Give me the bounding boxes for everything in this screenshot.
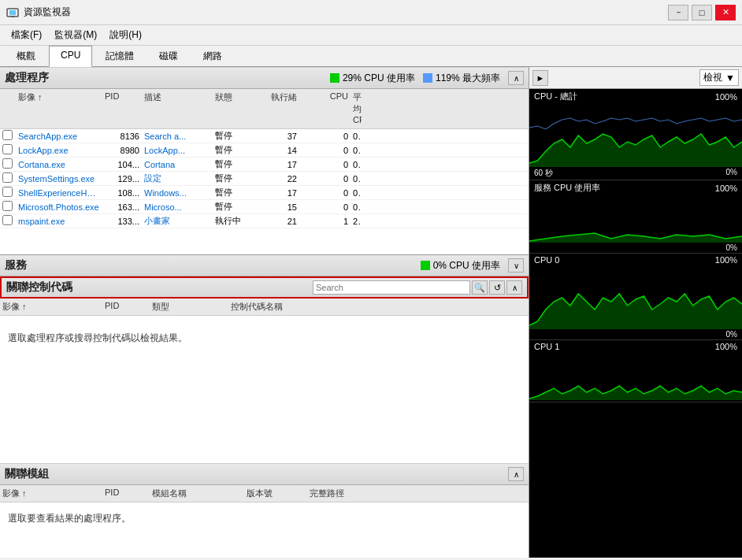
cell-cpu: 0: [299, 173, 351, 184]
cell-check[interactable]: [0, 143, 16, 157]
col-avgcpu[interactable]: 平均 CPU: [351, 91, 362, 125]
cell-check[interactable]: [0, 200, 16, 213]
menu-monitor[interactable]: 監視器(M): [48, 27, 103, 43]
cell-check[interactable]: [0, 172, 16, 185]
modules-col-image[interactable]: 影像 ↑: [0, 487, 102, 500]
graph-cpu-total-label: CPU - 總計: [534, 91, 577, 102]
menu-bar: 檔案(F) 監視器(M) 說明(H): [0, 25, 742, 46]
graph-cpu1-label: CPU 1: [534, 342, 559, 351]
cell-check[interactable]: [0, 129, 16, 143]
view-label: 檢視: [703, 71, 722, 84]
handles-col-image[interactable]: 影像 ↑: [0, 300, 102, 313]
col-check: [0, 91, 16, 125]
modules-col-pid[interactable]: PID: [102, 487, 150, 500]
left-panel: 處理程序 29% CPU 使用率 119% 最大頻率 ∧ 影像 ↑ PID 描述: [0, 67, 529, 558]
col-scroll: [0, 125, 16, 127]
col-threads[interactable]: 執行緒: [256, 91, 299, 125]
modules-header: 關聯模組 ∧: [0, 463, 529, 485]
graph-cpu0-footer: 0%: [529, 329, 742, 339]
graph-cpu1-header: CPU 1 100%: [529, 340, 742, 353]
window-controls: － □ ✕: [668, 5, 736, 20]
table-row[interactable]: mspaint.exe 133... 小畫家 執行中 21 1 2.56: [0, 214, 529, 228]
graph-service-cpu-area: [529, 195, 742, 243]
tab-bar: 概觀 CPU 記憶體 磁碟 網路: [0, 46, 742, 67]
modules-empty-text: 選取要查看結果的處理程序。: [0, 503, 529, 535]
cell-desc: Search a...: [142, 131, 213, 142]
search-icon-button[interactable]: 🔍: [472, 280, 488, 295]
app-icon: [6, 6, 19, 19]
minimize-button[interactable]: －: [668, 5, 688, 20]
cell-image: mspaint.exe: [16, 216, 102, 227]
graph-cpu-total-val: 0%: [726, 168, 737, 179]
handles-collapse-button[interactable]: ∧: [506, 280, 522, 295]
processes-collapse-button[interactable]: ∧: [508, 71, 524, 85]
cell-threads: 17: [256, 159, 299, 170]
modules-col-path[interactable]: 完整路徑: [307, 487, 529, 500]
close-button[interactable]: ✕: [715, 5, 736, 20]
cell-image: ShellExperienceHost....: [16, 187, 102, 198]
col-desc[interactable]: 描述: [142, 91, 213, 125]
cell-avgcpu: 0.00: [351, 173, 362, 184]
graph-cpu-total-header: CPU - 總計 100%: [529, 89, 742, 104]
cell-pid: 8136: [102, 131, 142, 142]
table-row[interactable]: ShellExperienceHost.... 108... Windows..…: [0, 186, 529, 200]
modules-table: 影像 ↑ PID 模組名稱 版本號 完整路徑 選取要查看結果的處理程序。: [0, 485, 529, 558]
cell-threads: 21: [256, 216, 299, 227]
menu-file[interactable]: 檔案(F): [5, 27, 48, 43]
cpu-stat: 29% CPU 使用率: [330, 72, 415, 85]
handles-col-type[interactable]: 類型: [150, 300, 228, 313]
handles-col-pid[interactable]: PID: [102, 300, 150, 313]
cell-image: SystemSettings.exe: [16, 173, 102, 184]
tab-memory[interactable]: 記憶體: [94, 46, 146, 66]
cell-image: Microsoft.Photos.exe: [16, 202, 102, 213]
modules-col-module[interactable]: 模組名稱: [150, 487, 244, 500]
col-image[interactable]: 影像 ↑: [16, 91, 102, 125]
svg-rect-1: [9, 10, 16, 15]
table-row[interactable]: LockApp.exe 8980 LockApp... 暫停 14 0 0.00: [0, 143, 529, 158]
cell-desc: Microso...: [142, 202, 213, 213]
cell-threads: 37: [256, 131, 299, 142]
tab-disk[interactable]: 磁碟: [147, 46, 190, 66]
graph-cpu-total-area: [529, 104, 742, 167]
cell-status: 暫停: [213, 143, 256, 157]
cell-pid: 163...: [102, 202, 142, 213]
maximize-button[interactable]: □: [692, 5, 712, 20]
tab-network[interactable]: 網路: [191, 46, 234, 66]
freq-indicator-icon: [423, 73, 432, 83]
cell-check[interactable]: [0, 214, 16, 228]
view-dropdown[interactable]: 檢視 ▼: [699, 69, 739, 86]
modules-collapse-button[interactable]: ∧: [508, 467, 524, 481]
table-row[interactable]: Microsoft.Photos.exe 163... Microso... 暫…: [0, 200, 529, 214]
right-panel: ► 檢視 ▼ CPU - 總計 100%: [529, 67, 742, 558]
cell-cpu: 0: [299, 159, 351, 170]
cell-check[interactable]: [0, 186, 16, 199]
modules-table-header: 影像 ↑ PID 模組名稱 版本號 完整路徑: [0, 485, 529, 503]
cell-cpu: 0: [299, 187, 351, 198]
handles-search-input[interactable]: [313, 280, 470, 295]
graph-service-cpu-header: 服務 CPU 使用率 100%: [529, 180, 742, 195]
refresh-icon-button[interactable]: ↺: [489, 280, 505, 295]
cell-pid: 8980: [102, 145, 142, 156]
services-collapse-button[interactable]: ∨: [508, 258, 524, 273]
modules-col-version[interactable]: 版本號: [244, 487, 307, 500]
expand-button[interactable]: ►: [532, 70, 548, 86]
table-row[interactable]: Cortana.exe 104... Cortana 暫停 17 0 0.00: [0, 158, 529, 172]
table-row[interactable]: SystemSettings.exe 129... 設定 暫停 22 0 0.0…: [0, 172, 529, 186]
handles-header: 關聯控制代碼 🔍 ↺ ∧: [0, 276, 529, 299]
handles-col-name[interactable]: 控制代碼名稱: [228, 300, 529, 313]
graph-cpu0-percent: 100%: [715, 255, 737, 265]
col-status[interactable]: 狀態: [213, 91, 256, 125]
tab-cpu[interactable]: CPU: [49, 46, 92, 67]
menu-help[interactable]: 說明(H): [103, 27, 148, 43]
col-cpu[interactable]: CPU: [299, 91, 351, 125]
cell-check[interactable]: [0, 158, 16, 171]
cpu-indicator-icon: [330, 73, 339, 83]
col-pid[interactable]: PID: [102, 91, 142, 125]
graph-cpu-total-time: 60 秒: [534, 168, 553, 179]
tab-overview[interactable]: 概觀: [5, 46, 47, 66]
graph-cpu0-header: CPU 0 100%: [529, 254, 742, 266]
modules-title: 關聯模組: [5, 467, 49, 481]
cell-pid: 133...: [102, 216, 142, 227]
cell-status: 執行中: [213, 214, 256, 228]
table-row[interactable]: SearchApp.exe 8136 Search a... 暫停 37 0 0…: [0, 129, 529, 143]
